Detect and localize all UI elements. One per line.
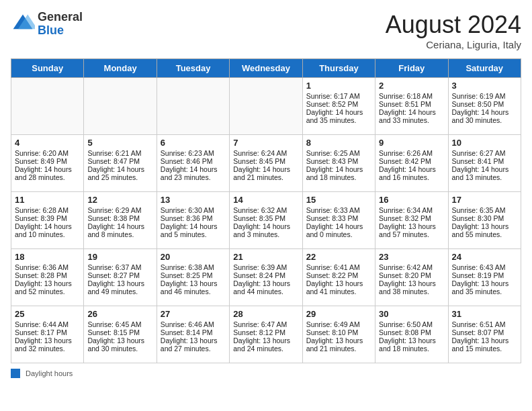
day-info: Sunset: 8:25 PM bbox=[161, 271, 226, 279]
calendar-cell: 23Sunrise: 6:42 AMSunset: 8:20 PMDayligh… bbox=[375, 249, 448, 306]
calendar-cell: 18Sunrise: 6:36 AMSunset: 8:28 PMDayligh… bbox=[11, 249, 84, 306]
calendar-cell: 7Sunrise: 6:24 AMSunset: 8:45 PMDaylight… bbox=[230, 135, 302, 192]
day-info: Sunrise: 6:33 AM bbox=[306, 206, 371, 214]
day-info: Sunrise: 6:30 AM bbox=[161, 206, 226, 214]
calendar-cell: 25Sunrise: 6:44 AMSunset: 8:17 PMDayligh… bbox=[11, 306, 84, 363]
day-info: Sunset: 8:50 PM bbox=[452, 100, 517, 108]
day-info: Sunrise: 6:41 AM bbox=[306, 263, 371, 271]
calendar-week-row: 1Sunrise: 6:17 AMSunset: 8:52 PMDaylight… bbox=[11, 78, 521, 135]
day-info: Sunset: 8:10 PM bbox=[306, 328, 371, 336]
day-info: Sunset: 8:51 PM bbox=[379, 100, 444, 108]
calendar-cell: 15Sunrise: 6:33 AMSunset: 8:33 PMDayligh… bbox=[302, 192, 375, 249]
footer-label: Daylight hours bbox=[26, 369, 73, 377]
day-info: and 57 minutes. bbox=[379, 230, 444, 238]
day-info: Daylight: 14 hours bbox=[233, 165, 298, 173]
day-header-monday: Monday bbox=[84, 59, 157, 78]
day-info: Sunset: 8:49 PM bbox=[15, 157, 80, 165]
day-info: and 52 minutes. bbox=[15, 287, 80, 295]
day-info: Daylight: 14 hours bbox=[161, 222, 226, 230]
day-info: Sunrise: 6:34 AM bbox=[379, 206, 444, 214]
day-number: 5 bbox=[87, 138, 152, 148]
calendar-cell: 1Sunrise: 6:17 AMSunset: 8:52 PMDaylight… bbox=[302, 78, 375, 135]
calendar-cell: 30Sunrise: 6:50 AMSunset: 8:08 PMDayligh… bbox=[375, 306, 448, 363]
day-info: Daylight: 14 hours bbox=[452, 165, 517, 173]
day-info: Daylight: 14 hours bbox=[306, 108, 371, 116]
day-info: Daylight: 14 hours bbox=[452, 108, 517, 116]
calendar-cell: 5Sunrise: 6:21 AMSunset: 8:47 PMDaylight… bbox=[84, 135, 157, 192]
day-info: and 32 minutes. bbox=[15, 345, 80, 353]
day-info: and 16 minutes. bbox=[379, 173, 444, 181]
day-number: 26 bbox=[87, 309, 152, 319]
calendar-cell: 19Sunrise: 6:37 AMSunset: 8:27 PMDayligh… bbox=[84, 249, 157, 306]
day-info: Daylight: 13 hours bbox=[306, 336, 371, 345]
footer-note: Daylight hours bbox=[11, 369, 521, 378]
day-info: Sunrise: 6:18 AM bbox=[379, 92, 444, 100]
calendar-cell: 8Sunrise: 6:25 AMSunset: 8:43 PMDaylight… bbox=[302, 135, 375, 192]
calendar-cell: 9Sunrise: 6:26 AMSunset: 8:42 PMDaylight… bbox=[375, 135, 448, 192]
day-info: Sunset: 8:47 PM bbox=[87, 157, 152, 165]
day-info: Sunrise: 6:36 AM bbox=[15, 263, 80, 271]
calendar-cell: 22Sunrise: 6:41 AMSunset: 8:22 PMDayligh… bbox=[302, 249, 375, 306]
day-info: and 46 minutes. bbox=[161, 287, 226, 295]
day-info: Sunrise: 6:50 AM bbox=[379, 320, 444, 328]
day-number: 21 bbox=[233, 252, 298, 262]
day-info: and 15 minutes. bbox=[452, 345, 517, 353]
day-info: Sunrise: 6:39 AM bbox=[233, 263, 298, 271]
day-info: Sunset: 8:35 PM bbox=[233, 214, 298, 222]
calendar-cell: 24Sunrise: 6:43 AMSunset: 8:19 PMDayligh… bbox=[448, 249, 521, 306]
day-number: 8 bbox=[306, 138, 371, 148]
day-info: Daylight: 14 hours bbox=[15, 165, 80, 173]
day-info: Sunrise: 6:21 AM bbox=[87, 149, 152, 157]
day-number: 4 bbox=[15, 138, 80, 148]
day-number: 20 bbox=[161, 252, 226, 262]
day-info: and 3 minutes. bbox=[233, 230, 298, 238]
day-info: Sunrise: 6:19 AM bbox=[452, 92, 517, 100]
day-info: Daylight: 14 hours bbox=[379, 165, 444, 173]
calendar-cell: 28Sunrise: 6:47 AMSunset: 8:12 PMDayligh… bbox=[230, 306, 302, 363]
day-info: Sunrise: 6:20 AM bbox=[15, 149, 80, 157]
title-block: August 2024 Ceriana, Liguria, Italy bbox=[386, 11, 521, 50]
day-number: 22 bbox=[306, 252, 371, 262]
day-number: 24 bbox=[452, 252, 517, 262]
logo-text: General Blue bbox=[38, 11, 83, 38]
day-info: Daylight: 13 hours bbox=[452, 222, 517, 230]
day-number: 11 bbox=[15, 195, 80, 205]
day-info: Daylight: 14 hours bbox=[15, 222, 80, 230]
day-info: Sunset: 8:22 PM bbox=[306, 271, 371, 279]
day-info: Sunrise: 6:49 AM bbox=[306, 320, 371, 328]
day-info: Sunset: 8:19 PM bbox=[452, 271, 517, 279]
day-info: Daylight: 13 hours bbox=[87, 336, 152, 345]
calendar-cell: 2Sunrise: 6:18 AMSunset: 8:51 PMDaylight… bbox=[375, 78, 448, 135]
day-header-tuesday: Tuesday bbox=[157, 59, 229, 78]
logo-icon bbox=[11, 12, 35, 36]
page-header: General Blue August 2024 Ceriana, Liguri… bbox=[11, 11, 521, 50]
day-info: Daylight: 13 hours bbox=[87, 279, 152, 287]
calendar-cell: 14Sunrise: 6:32 AMSunset: 8:35 PMDayligh… bbox=[230, 192, 302, 249]
day-info: Daylight: 13 hours bbox=[452, 336, 517, 345]
day-info: Daylight: 13 hours bbox=[379, 336, 444, 345]
day-info: and 5 minutes. bbox=[161, 230, 226, 238]
logo: General Blue bbox=[11, 11, 83, 38]
day-info: Daylight: 13 hours bbox=[15, 336, 80, 345]
day-number: 27 bbox=[161, 309, 226, 319]
day-info: Sunset: 8:08 PM bbox=[379, 328, 444, 336]
day-info: and 13 minutes. bbox=[452, 173, 517, 181]
calendar-week-row: 11Sunrise: 6:28 AMSunset: 8:39 PMDayligh… bbox=[11, 192, 521, 249]
day-number: 14 bbox=[233, 195, 298, 205]
day-header-thursday: Thursday bbox=[302, 59, 375, 78]
calendar-cell bbox=[230, 78, 302, 135]
day-header-sunday: Sunday bbox=[11, 59, 84, 78]
day-info: Daylight: 13 hours bbox=[233, 279, 298, 287]
day-info: Sunrise: 6:42 AM bbox=[379, 263, 444, 271]
day-number: 10 bbox=[452, 138, 517, 148]
calendar-cell bbox=[11, 78, 84, 135]
day-number: 2 bbox=[379, 81, 444, 91]
day-number: 16 bbox=[379, 195, 444, 205]
day-number: 29 bbox=[306, 309, 371, 319]
day-info: Sunset: 8:27 PM bbox=[87, 271, 152, 279]
calendar-cell: 21Sunrise: 6:39 AMSunset: 8:24 PMDayligh… bbox=[230, 249, 302, 306]
day-info: Sunrise: 6:27 AM bbox=[452, 149, 517, 157]
day-info: Daylight: 14 hours bbox=[306, 165, 371, 173]
day-info: Sunset: 8:15 PM bbox=[87, 328, 152, 336]
day-number: 12 bbox=[87, 195, 152, 205]
